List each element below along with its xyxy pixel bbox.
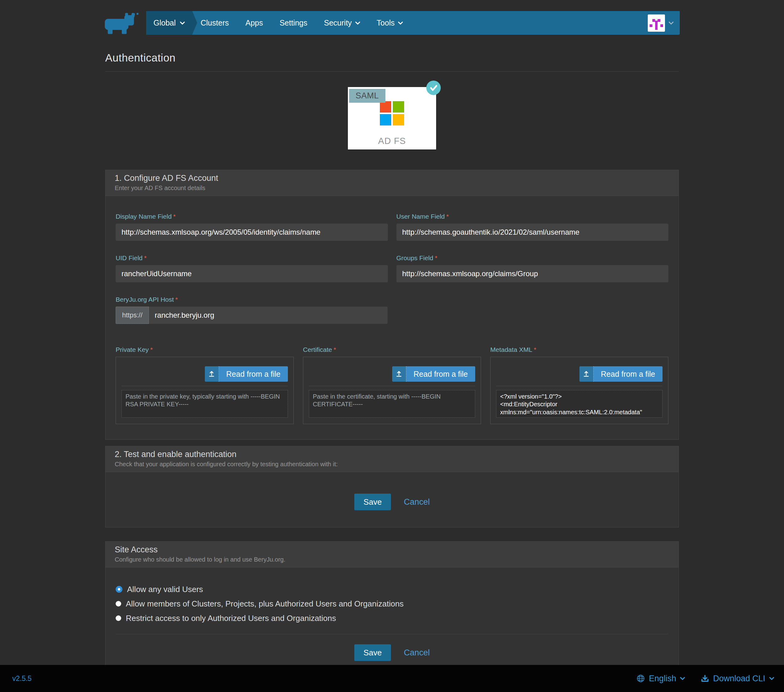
uid-label: UID Field* <box>116 254 388 262</box>
user-name-input[interactable] <box>397 224 669 241</box>
metadata-xml-panel: Metadata XML* Read from a file <?xml ver… <box>490 346 668 424</box>
site-access-title: Site Access <box>115 545 669 555</box>
field-groups: Groups Field* <box>397 254 669 282</box>
radio-selected-icon <box>116 586 122 593</box>
globe-icon <box>636 674 645 683</box>
section1-title: 1. Configure AD FS Account <box>115 173 669 183</box>
radio-label: Restrict access to only Authorized Users… <box>126 614 336 623</box>
page-title: Authentication <box>105 52 679 64</box>
section2-title: 2. Test and enable authentication <box>115 450 669 459</box>
private-key-read-file-button[interactable]: Read from a file <box>205 366 288 382</box>
required-asterisk: * <box>435 254 437 262</box>
footer-links: English Download CLI <box>636 674 774 684</box>
footer: v2.5.5 English Download CLI <box>0 665 784 692</box>
api-host-group: https:// <box>116 306 387 324</box>
panel-divider <box>122 386 288 386</box>
metadata-xml-textarea[interactable]: <?xml version="1.0"?> <md:EntityDescript… <box>496 390 662 418</box>
radio-allow-any-valid-users[interactable]: Allow any valid Users <box>116 585 668 594</box>
field-display-name: Display Name Field* <box>116 213 388 241</box>
metadata-xml-box: Read from a file <?xml version="1.0"?> <… <box>490 357 668 424</box>
main-content: Authentication SAML AD FS 1. Configure A… <box>105 0 679 675</box>
field-api-host: BeryJu.org API Host* https:// <box>116 296 668 324</box>
section-site-access: Site Access Configure who should be allo… <box>105 541 679 675</box>
chevron-down-icon <box>769 677 774 680</box>
download-icon <box>701 674 709 682</box>
section1-header: 1. Configure AD FS Account Enter your AD… <box>105 170 679 196</box>
version-label: v2.5.5 <box>12 674 32 683</box>
selected-check-icon <box>426 81 441 95</box>
field-uid: UID Field* <box>116 254 388 282</box>
metadata-xml-label: Metadata XML* <box>490 346 668 353</box>
provider-card-row: SAML AD FS <box>105 87 679 150</box>
user-name-label: User Name Field* <box>397 213 669 220</box>
section1-subtitle: Enter your AD FS account details <box>115 185 669 192</box>
upload-icon <box>580 366 594 382</box>
site-access-subtitle: Configure who should be allowed to log i… <box>115 556 669 563</box>
site-access-cancel-link[interactable]: Cancel <box>404 648 430 657</box>
radio-unselected-icon <box>116 615 121 621</box>
download-cli-menu[interactable]: Download CLI <box>701 674 774 684</box>
ms-square-blue <box>380 114 391 125</box>
radio-allow-members-clusters-projects[interactable]: Allow members of Clusters, Projects, plu… <box>116 599 668 608</box>
required-asterisk: * <box>334 346 336 353</box>
display-name-input[interactable] <box>116 224 388 241</box>
title-divider <box>105 71 679 72</box>
chevron-down-icon <box>680 677 685 680</box>
section2-subtitle: Check that your application is configure… <box>115 461 669 468</box>
required-asterisk: * <box>173 213 176 220</box>
section2-header: 2. Test and enable authentication Check … <box>105 446 679 472</box>
private-key-label: Private Key* <box>116 346 294 353</box>
certificate-panel: Certificate* Read from a file <box>303 346 481 424</box>
private-key-textarea[interactable] <box>122 390 288 418</box>
certificate-read-file-button[interactable]: Read from a file <box>392 366 475 382</box>
site-access-actions: Save Cancel <box>116 634 668 661</box>
ms-square-red <box>380 101 391 112</box>
read-file-button-label: Read from a file <box>406 366 475 382</box>
radio-label: Allow any valid Users <box>127 585 203 594</box>
language-selector[interactable]: English <box>636 674 685 684</box>
site-access-body: Allow any valid Users Allow members of C… <box>105 567 679 674</box>
metadata-xml-read-file-button[interactable]: Read from a file <box>580 366 662 382</box>
certificate-label: Certificate* <box>303 346 481 353</box>
upload-icon <box>392 366 406 382</box>
ms-square-green <box>393 101 404 112</box>
site-access-header: Site Access Configure who should be allo… <box>105 542 679 567</box>
private-key-panel: Private Key* Read from a file <box>116 346 294 424</box>
section1-body: Display Name Field* User Name Field* UID… <box>105 196 679 440</box>
radio-restrict-authorized-only[interactable]: Restrict access to only Authorized Users… <box>116 614 668 623</box>
api-host-input[interactable] <box>149 306 387 324</box>
radio-label: Allow members of Clusters, Projects, plu… <box>126 599 404 609</box>
panel-divider <box>309 386 475 386</box>
provider-name: AD FS <box>348 136 436 146</box>
ms-square-yellow <box>393 114 404 125</box>
required-asterisk: * <box>150 346 153 353</box>
panel-divider <box>496 386 662 386</box>
site-access-save-button[interactable]: Save <box>354 644 391 661</box>
section-configure-account: 1. Configure AD FS Account Enter your AD… <box>105 170 679 440</box>
required-asterisk: * <box>144 254 147 262</box>
required-asterisk: * <box>446 213 449 220</box>
uid-input[interactable] <box>116 265 388 282</box>
required-asterisk: * <box>534 346 536 353</box>
https-prefix-addon: https:// <box>116 306 149 324</box>
private-key-box: Read from a file <box>116 357 294 424</box>
file-panels-row: Private Key* Read from a file Certificat… <box>116 346 668 424</box>
account-form-grid: Display Name Field* User Name Field* UID… <box>116 213 668 282</box>
required-asterisk: * <box>175 296 178 303</box>
microsoft-logo-icon <box>380 101 404 125</box>
section2-actions: Save Cancel <box>105 472 679 527</box>
groups-input[interactable] <box>397 265 669 282</box>
groups-label: Groups Field* <box>397 254 669 262</box>
language-label: English <box>649 674 676 684</box>
saml-badge: SAML <box>349 89 385 103</box>
certificate-box: Read from a file <box>303 357 481 424</box>
provider-card-adfs[interactable]: SAML AD FS <box>348 87 436 150</box>
read-file-button-label: Read from a file <box>594 366 662 382</box>
certificate-textarea[interactable] <box>309 390 475 418</box>
save-button[interactable]: Save <box>354 494 391 510</box>
read-file-button-label: Read from a file <box>219 366 288 382</box>
display-name-label: Display Name Field* <box>116 213 388 220</box>
cancel-link[interactable]: Cancel <box>404 497 430 507</box>
field-user-name: User Name Field* <box>397 213 669 241</box>
api-host-label: BeryJu.org API Host* <box>116 296 668 303</box>
